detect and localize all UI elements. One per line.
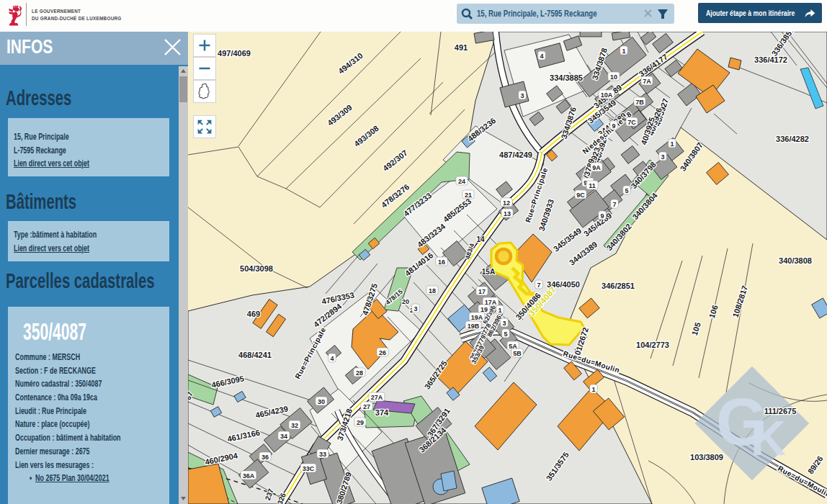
svg-text:33C: 33C <box>303 465 315 472</box>
svg-text:7: 7 <box>537 282 540 289</box>
svg-text:29: 29 <box>357 419 364 426</box>
svg-text:7C: 7C <box>627 119 636 126</box>
svg-text:12: 12 <box>503 199 510 207</box>
svg-text:13: 13 <box>504 210 511 217</box>
svg-text:1: 1 <box>670 140 674 148</box>
svg-text:19B: 19B <box>468 323 480 330</box>
svg-text:10A: 10A <box>601 91 613 99</box>
svg-text:3: 3 <box>661 153 664 161</box>
svg-text:21: 21 <box>465 192 472 199</box>
svg-text:26: 26 <box>379 349 386 356</box>
svg-text:36: 36 <box>261 454 269 461</box>
svg-text:K: K <box>751 410 786 465</box>
svg-text:17: 17 <box>478 288 486 295</box>
svg-text:1: 1 <box>622 48 625 55</box>
svg-text:36A: 36A <box>243 472 255 480</box>
svg-text:14: 14 <box>476 235 485 243</box>
svg-text:19: 19 <box>480 306 488 313</box>
svg-text:491: 491 <box>455 43 468 52</box>
svg-text:10: 10 <box>610 73 617 81</box>
svg-text:7B: 7B <box>635 99 644 106</box>
svg-text:16: 16 <box>438 258 445 266</box>
svg-text:497/4069: 497/4069 <box>218 49 251 58</box>
svg-text:15A: 15A <box>482 268 495 276</box>
svg-text:28: 28 <box>356 369 363 377</box>
svg-text:468/4241: 468/4241 <box>238 351 272 359</box>
svg-text:111/2675: 111/2675 <box>764 407 797 415</box>
svg-text:32: 32 <box>291 422 298 429</box>
svg-text:18: 18 <box>429 287 436 294</box>
svg-text:469: 469 <box>247 310 260 318</box>
svg-text:33: 33 <box>319 451 326 458</box>
svg-text:34: 34 <box>280 433 287 440</box>
svg-text:336/4282: 336/4282 <box>776 135 809 143</box>
svg-text:1: 1 <box>498 307 501 314</box>
svg-text:27A: 27A <box>371 394 383 401</box>
svg-text:9: 9 <box>600 212 604 220</box>
svg-text:3: 3 <box>414 305 417 312</box>
svg-text:5B: 5B <box>513 350 522 357</box>
svg-text:346/2851: 346/2851 <box>602 282 635 290</box>
svg-text:4: 4 <box>330 355 334 362</box>
svg-text:504/3098: 504/3098 <box>240 264 273 273</box>
svg-text:7: 7 <box>612 201 616 208</box>
svg-text:11: 11 <box>589 182 596 189</box>
svg-text:374: 374 <box>375 408 389 417</box>
svg-text:340/3808: 340/3808 <box>779 256 812 265</box>
svg-text:7A: 7A <box>643 78 651 85</box>
svg-text:30: 30 <box>318 398 325 405</box>
svg-text:20: 20 <box>402 298 409 305</box>
svg-text:1: 1 <box>591 386 595 393</box>
svg-text:27: 27 <box>363 403 370 410</box>
svg-text:4: 4 <box>540 53 543 60</box>
svg-text:103/3809: 103/3809 <box>690 453 723 462</box>
svg-text:9A: 9A <box>592 164 601 171</box>
svg-text:19A: 19A <box>471 314 483 321</box>
svg-text:336/4172: 336/4172 <box>754 55 787 64</box>
svg-text:3: 3 <box>520 92 524 99</box>
svg-text:104/2773: 104/2773 <box>636 341 669 349</box>
svg-text:24: 24 <box>458 178 465 185</box>
svg-text:5: 5 <box>504 330 507 338</box>
svg-text:487/4249: 487/4249 <box>499 150 532 159</box>
svg-text:9: 9 <box>612 122 615 130</box>
svg-text:334/3885: 334/3885 <box>550 73 583 82</box>
svg-text:9C: 9C <box>576 192 585 199</box>
svg-text:5: 5 <box>625 187 628 194</box>
svg-text:3: 3 <box>502 320 506 327</box>
